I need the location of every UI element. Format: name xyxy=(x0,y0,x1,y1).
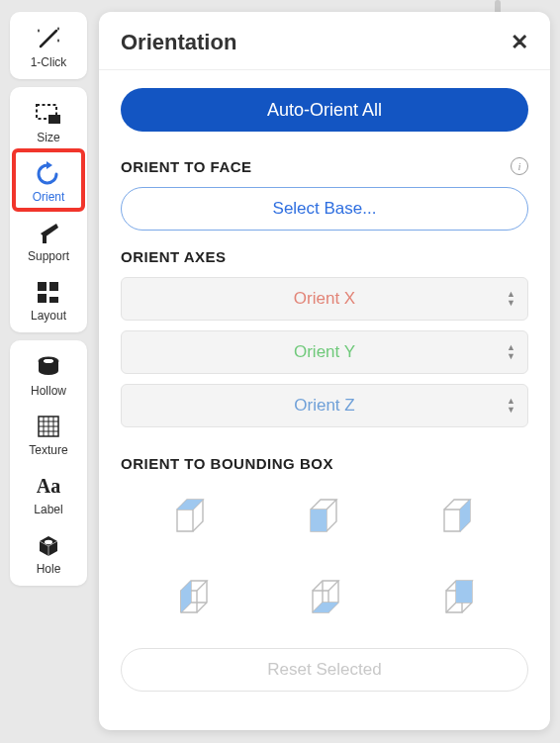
svg-rect-7 xyxy=(49,297,58,303)
chevron-down-icon: ▼ xyxy=(507,407,515,414)
sidebar-label: Hollow xyxy=(31,384,66,398)
sidebar-item-hole[interactable]: Hole xyxy=(10,522,87,582)
wand-icon xyxy=(33,24,64,53)
tool-sidebar: 1-Click Size Orient xyxy=(10,12,87,586)
stepper-arrows[interactable]: ▲▼ xyxy=(507,398,515,414)
sidebar-group-prep: Size Orient Support xyxy=(10,87,87,332)
panel-body: Auto-Orient All ORIENT TO FACE i Select … xyxy=(99,70,550,709)
chevron-up-icon: ▲ xyxy=(507,398,515,405)
svg-point-11 xyxy=(44,359,53,363)
bbox-face-6[interactable] xyxy=(417,571,501,626)
sidebar-label: Texture xyxy=(29,443,67,457)
svg-rect-2 xyxy=(48,115,60,124)
sidebar-item-support[interactable]: Support xyxy=(10,210,87,269)
bbox-face-3[interactable] xyxy=(417,488,501,543)
orient-z-button[interactable]: Orient Z ▲▼ xyxy=(121,384,528,427)
hole-icon xyxy=(33,530,64,560)
sidebar-label: Label xyxy=(34,503,62,516)
sidebar-label: Layout xyxy=(31,309,66,323)
hollow-icon xyxy=(33,352,64,382)
panel-header: Orientation ✕ xyxy=(99,12,550,70)
section-title: ORIENT AXES xyxy=(121,248,528,265)
section-title: ORIENT TO FACE xyxy=(121,158,252,175)
axis-label: Orient Y xyxy=(294,342,355,362)
bbox-face-2[interactable] xyxy=(282,488,366,543)
sidebar-label: 1-Click xyxy=(31,55,67,69)
orientation-panel: Orientation ✕ Auto-Orient All ORIENT TO … xyxy=(99,12,550,730)
svg-point-19 xyxy=(45,540,52,544)
chevron-down-icon: ▼ xyxy=(507,353,515,360)
size-icon xyxy=(33,99,64,129)
reset-button[interactable]: Reset Selected xyxy=(121,648,528,692)
sidebar-label: Orient xyxy=(33,190,65,204)
close-button[interactable]: ✕ xyxy=(511,30,528,55)
orient-icon xyxy=(33,158,64,188)
label-icon: Aa xyxy=(33,471,64,501)
sidebar-item-orient[interactable]: Orient xyxy=(12,148,85,212)
orient-to-face-header: ORIENT TO FACE i xyxy=(121,157,528,175)
select-base-button[interactable]: Select Base... xyxy=(121,187,528,231)
sidebar-item-label[interactable]: Aa Label xyxy=(10,463,87,522)
svg-rect-6 xyxy=(38,294,47,303)
stepper-arrows[interactable]: ▲▼ xyxy=(507,344,515,360)
bbox-face-1[interactable] xyxy=(148,488,233,543)
sidebar-item-layout[interactable]: Layout xyxy=(10,269,87,328)
sidebar-item-texture[interactable]: Texture xyxy=(10,404,87,463)
panel-title: Orientation xyxy=(121,30,236,55)
sidebar-item-hollow[interactable]: Hollow xyxy=(10,344,87,404)
texture-icon xyxy=(33,412,64,441)
layout-icon xyxy=(33,277,64,307)
sidebar-label: Support xyxy=(28,249,69,263)
svg-rect-4 xyxy=(38,282,47,291)
sidebar-group-quick: 1-Click xyxy=(10,12,87,79)
section-title: ORIENT TO BOUNDING BOX xyxy=(121,455,528,472)
orient-x-button[interactable]: Orient X ▲▼ xyxy=(121,277,528,321)
sidebar-item-size[interactable]: Size xyxy=(10,91,87,150)
svg-line-0 xyxy=(41,31,56,46)
orient-y-button[interactable]: Orient Y ▲▼ xyxy=(121,330,528,374)
axis-label: Orient Z xyxy=(294,396,354,416)
chevron-down-icon: ▼ xyxy=(507,300,515,307)
close-icon: ✕ xyxy=(511,30,528,54)
chevron-up-icon: ▲ xyxy=(507,291,515,298)
axis-label: Orient X xyxy=(294,289,355,309)
stepper-arrows[interactable]: ▲▼ xyxy=(507,291,515,307)
sidebar-group-prep2: Hollow Texture Aa Label xyxy=(10,340,87,586)
info-icon[interactable]: i xyxy=(511,157,528,175)
sidebar-label: Size xyxy=(37,131,59,144)
svg-rect-5 xyxy=(49,282,58,291)
support-icon xyxy=(33,218,64,247)
bbox-face-4[interactable] xyxy=(148,571,233,626)
auto-orient-button[interactable]: Auto-Orient All xyxy=(121,88,528,132)
sidebar-label: Hole xyxy=(37,562,61,576)
bbox-face-5[interactable] xyxy=(282,571,366,626)
bbox-grid xyxy=(121,478,528,636)
sidebar-item-oneclick[interactable]: 1-Click xyxy=(10,16,87,75)
chevron-up-icon: ▲ xyxy=(507,344,515,351)
